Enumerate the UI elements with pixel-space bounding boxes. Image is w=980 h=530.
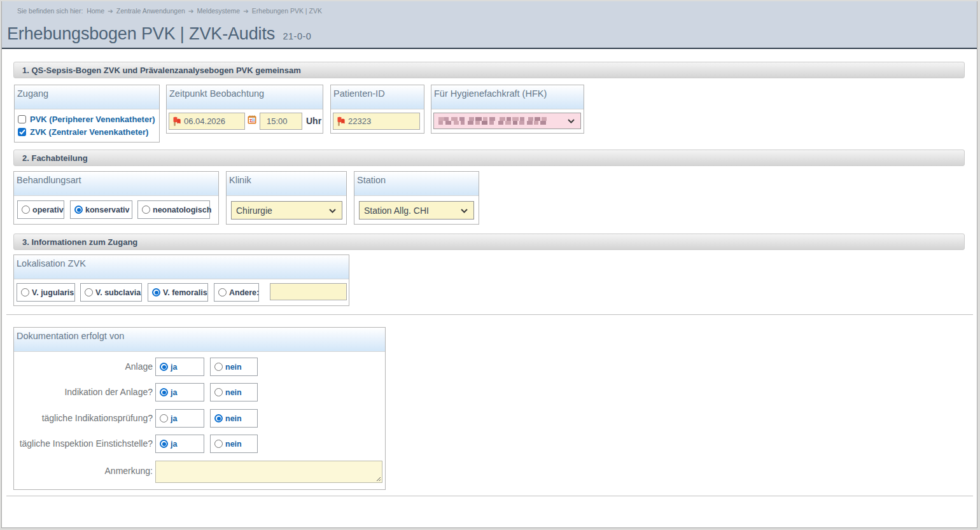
svg-text:7: 7 <box>249 118 253 123</box>
